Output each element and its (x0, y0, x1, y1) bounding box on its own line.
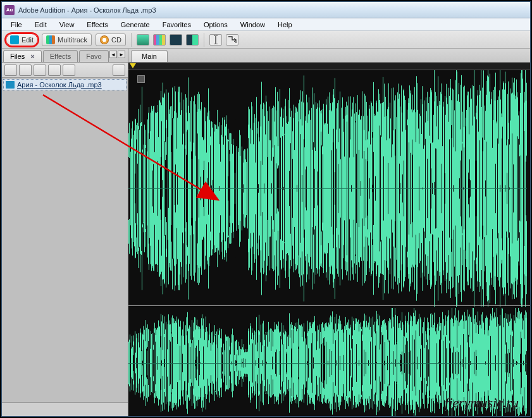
title-bar: Au Adobe Audition - Ария - Осколок Льда … (2, 2, 530, 18)
watermark-text: fierymusic.ru (445, 395, 519, 411)
waveform-view[interactable]: fierymusic.ru (128, 70, 530, 416)
tab-effects-label: Effects (50, 52, 71, 60)
files-toolbar (2, 63, 128, 78)
tool-marquee-button[interactable] (226, 34, 238, 46)
cd-icon (100, 35, 109, 44)
editor-tabs: Main (128, 49, 530, 63)
view-spectral-button[interactable] (137, 34, 149, 46)
insert-multitrack-button[interactable] (34, 65, 46, 76)
close-file-button[interactable] (19, 65, 32, 76)
view-pan-button[interactable] (170, 34, 182, 46)
toolbar-separator (131, 33, 132, 47)
tab-files-label: Files (10, 52, 25, 60)
mode-cd-button[interactable]: CD (96, 34, 126, 46)
tab-favorites-label: Favo (86, 52, 101, 60)
view-frequency-button[interactable] (153, 34, 166, 46)
options-button[interactable] (113, 65, 125, 76)
tab-files[interactable]: Files × (3, 50, 42, 62)
editor-area: Main fierymusic.ru (128, 49, 530, 416)
menu-favorites[interactable]: Favorites (156, 20, 197, 30)
file-list[interactable]: Ария - Осколок Льда .mp3 (2, 78, 128, 402)
mode-cd-label: CD (111, 36, 121, 44)
mode-multitrack-button[interactable]: Multitrack (42, 34, 92, 46)
mode-multitrack-label: Multitrack (58, 36, 87, 44)
menu-generate[interactable]: Generate (114, 20, 156, 30)
toolbar-separator (204, 33, 204, 47)
tab-favorites[interactable]: Favo (79, 50, 108, 62)
app-icon: Au (4, 5, 15, 15)
tab-main-label: Main (142, 52, 157, 60)
edit-file-button[interactable] (63, 65, 75, 76)
audio-file-icon (6, 81, 15, 89)
menu-window[interactable]: Window (234, 20, 271, 30)
mode-edit-button[interactable]: Edit (6, 34, 38, 46)
tab-main[interactable]: Main (131, 50, 168, 62)
file-item-label: Ария - Осколок Льда .mp3 (17, 81, 102, 89)
timeline-ruler[interactable] (128, 63, 530, 70)
close-icon[interactable]: × (30, 52, 34, 60)
mode-toolbar: Edit Multitrack CD (2, 31, 530, 49)
import-file-button[interactable] (4, 65, 17, 76)
menu-view[interactable]: View (53, 20, 81, 30)
menu-bar: File Edit View Effects Generate Favorite… (2, 18, 530, 31)
playhead-marker-icon[interactable] (130, 63, 136, 68)
file-item[interactable]: Ария - Осколок Льда .mp3 (3, 79, 127, 90)
menu-effects[interactable]: Effects (80, 20, 114, 30)
multitrack-icon (46, 35, 55, 44)
channel-divider (128, 305, 530, 306)
waveform-canvas[interactable] (128, 70, 527, 416)
sidebar-footer (2, 402, 128, 416)
mode-edit-label: Edit (22, 36, 34, 44)
tool-ibeam-button[interactable] (209, 34, 222, 46)
tab-scroll-left[interactable]: ◄ (109, 51, 117, 58)
tab-scroll-right[interactable]: ► (118, 51, 125, 58)
menu-edit[interactable]: Edit (28, 20, 53, 30)
sidebar: Files × Effects Favo ◄ ► (2, 49, 128, 416)
tab-effects[interactable]: Effects (43, 50, 78, 62)
menu-help[interactable]: Help (271, 20, 299, 30)
view-handle[interactable] (137, 75, 145, 83)
menu-options[interactable]: Options (197, 20, 234, 30)
sidebar-tabs: Files × Effects Favo ◄ ► (2, 49, 128, 63)
app-window: Au Adobe Audition - Ария - Осколок Льда … (1, 1, 531, 417)
view-phase-button[interactable] (186, 34, 199, 46)
waveform-icon (10, 35, 19, 44)
window-title: Adobe Audition - Ария - Осколок Льда .mp… (18, 6, 156, 14)
workspace: Files × Effects Favo ◄ ► (2, 49, 530, 416)
insert-cd-button[interactable] (48, 65, 61, 76)
menu-file[interactable]: File (4, 20, 28, 30)
